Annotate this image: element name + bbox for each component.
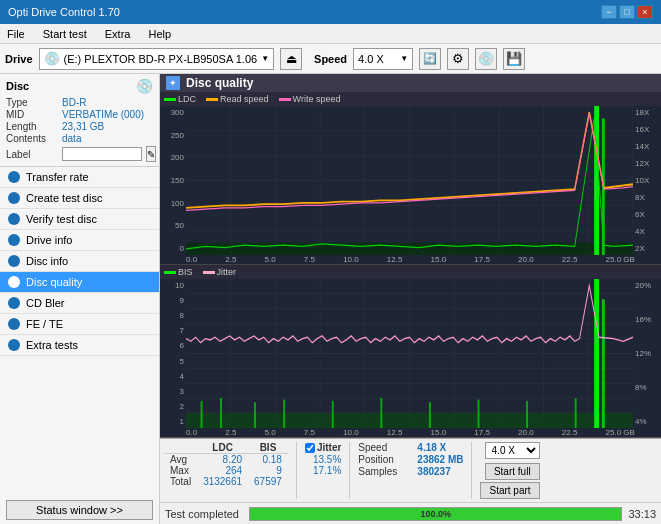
sidebar-item-drive-info[interactable]: Drive info [0,230,159,251]
type-label: Type [6,97,58,108]
row-max-ldc: 264 [197,465,248,476]
sidebar-item-extra-tests[interactable]: Extra tests [0,335,159,356]
chart-icon: ✦ [166,76,180,90]
nav-icon-cd-bler [8,297,20,309]
svg-rect-46 [478,400,480,428]
disc-button[interactable]: 💿 [475,48,497,70]
col-header-bis: BIS [248,442,288,454]
jitter-section: Jitter 13.5% 17.1% [305,442,341,476]
speed-select-dropdown[interactable]: 4.0 X 2.0 X 1.0 X [485,442,540,459]
legend-write: Write speed [279,94,341,104]
settings-button[interactable]: ⚙ [447,48,469,70]
start-part-button[interactable]: Start part [480,482,539,499]
nav-label-cd-bler: CD Bler [26,297,65,309]
nav-label-fe-te: FE / TE [26,318,63,330]
close-button[interactable]: × [637,5,653,19]
legend-bis: BIS [164,267,193,277]
minimize-button[interactable]: − [601,5,617,19]
drive-label: Drive [5,53,33,65]
legend-jitter-color [203,271,215,274]
jitter-avg: 13.5% [305,454,341,465]
jitter-header: Jitter [305,442,341,453]
type-value: BD-R [62,97,86,108]
eject-button[interactable]: ⏏ [280,48,302,70]
progress-bar-fill: 100.0% [250,508,621,520]
svg-rect-42 [283,400,285,428]
legend-read-label: Read speed [220,94,269,104]
row-total-ldc: 3132661 [197,476,248,487]
row-avg-bis: 0.18 [248,454,288,466]
svg-rect-48 [575,398,577,428]
nav-icon-drive-info [8,234,20,246]
window-controls: − □ × [601,5,653,19]
refresh-button[interactable]: 🔄 [419,48,441,70]
bottom-x-axis: 0.0 2.5 5.0 7.5 10.0 12.5 15.0 17.5 20.0… [160,428,661,437]
menu-bar: File Start test Extra Help [0,24,661,44]
bottom-y-axis-left: 10 9 8 7 6 5 4 3 2 1 [160,279,186,428]
legend-ldc-color [164,98,176,101]
progress-bar-container: 100.0% [249,507,622,521]
nav-icon-disc-info [8,255,20,267]
menu-start-test[interactable]: Start test [40,27,90,41]
drive-select[interactable]: 💿 (E:) PLEXTOR BD-R PX-LB950SA 1.06 ▼ [39,48,275,70]
svg-rect-45 [429,402,431,428]
content-main: ✦ Disc quality LDC [160,74,661,524]
samples-stat-value: 380237 [417,466,450,477]
sidebar-item-fe-te[interactable]: FE / TE [0,314,159,335]
nav-icon-verify-test-disc [8,213,20,225]
save-button[interactable]: 💾 [503,48,525,70]
nav-label-disc-info: Disc info [26,255,68,267]
samples-stat-label: Samples [358,466,413,477]
mid-value: VERBATIMe (000) [62,109,144,120]
speed-label: Speed [314,53,347,65]
app-title: Opti Drive Control 1.70 [8,6,120,18]
disc-image-icon: 💿 [136,78,153,94]
legend-write-label: Write speed [293,94,341,104]
sidebar-item-create-test-disc[interactable]: Create test disc [0,188,159,209]
chart-title: Disc quality [186,76,253,90]
legend-bis-label: BIS [178,267,193,277]
bottom-chart: BIS Jitter 10 9 [160,265,661,438]
start-full-button[interactable]: Start full [485,463,540,480]
jitter-max: 17.1% [305,465,341,476]
bottom-legend: BIS Jitter [160,265,661,279]
bottom-y-axis-right: 20% 16% 12% 8% 4% [633,279,661,428]
nav-icon-extra-tests [8,339,20,351]
title-bar: Opti Drive Control 1.70 − □ × [0,0,661,24]
speed-select[interactable]: 4.0 X ▼ [353,48,413,70]
label-input[interactable] [62,147,142,161]
speed-stat-label: Speed [358,442,413,453]
top-chart-svg [186,106,633,255]
legend-bis-color [164,271,176,274]
maximize-button[interactable]: □ [619,5,635,19]
nav-icon-transfer-rate [8,171,20,183]
jitter-label: Jitter [317,442,341,453]
length-value: 23,31 GB [62,121,104,132]
sidebar-item-transfer-rate[interactable]: Transfer rate [0,167,159,188]
sidebar-item-verify-test-disc[interactable]: Verify test disc [0,209,159,230]
sidebar-item-disc-quality[interactable]: Disc quality [0,272,159,293]
jitter-checkbox[interactable] [305,443,315,453]
sidebar-item-disc-info[interactable]: Disc info [0,251,159,272]
menu-extra[interactable]: Extra [102,27,134,41]
top-chart: LDC Read speed Write speed [160,92,661,265]
label-edit-button[interactable]: ✎ [146,146,156,162]
svg-rect-47 [526,401,528,428]
svg-marker-38 [186,413,633,428]
legend-jitter: Jitter [203,267,237,277]
svg-rect-41 [254,402,256,428]
right-stats: Speed 4.18 X Position 23862 MB Samples 3… [358,442,463,477]
top-x-axis: 0.0 2.5 5.0 7.5 10.0 12.5 15.0 17.5 20.0… [160,255,661,264]
menu-file[interactable]: File [4,27,28,41]
nav-label-transfer-rate: Transfer rate [26,171,89,183]
speed-select-row: 4.0 X 2.0 X 1.0 X [485,442,540,459]
divider-2 [349,442,350,499]
nav-icon-create-test-disc [8,192,20,204]
drive-value: (E:) PLEXTOR BD-R PX-LB950SA 1.06 [64,53,258,65]
sidebar-item-cd-bler[interactable]: CD Bler [0,293,159,314]
status-window-button[interactable]: Status window >> [6,500,153,520]
top-y-axis-left: 300 250 200 150 100 50 0 [160,106,186,255]
menu-help[interactable]: Help [145,27,174,41]
svg-rect-44 [380,398,382,428]
legend-read: Read speed [206,94,269,104]
